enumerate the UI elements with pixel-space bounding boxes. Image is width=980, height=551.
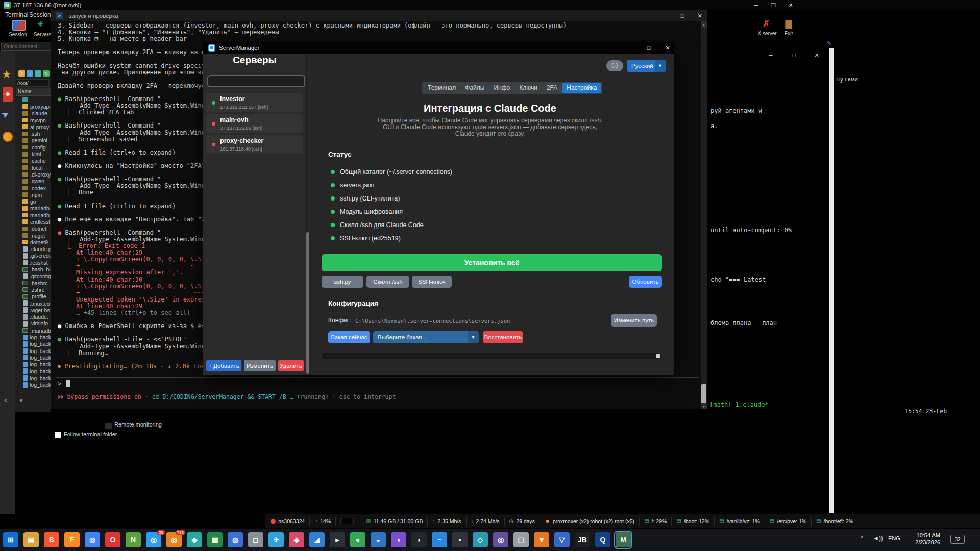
close-button[interactable]: ✕ <box>783 1 798 10</box>
language-select[interactable]: Русский ▼ <box>627 60 666 72</box>
file-item[interactable]: ai-proxy- <box>16 123 51 130</box>
terminal-tab[interactable]: · запуск и проверка <box>65 10 118 21</box>
file-item[interactable]: .claude <box>16 110 51 117</box>
restore-button[interactable]: Восстановить <box>483 331 523 343</box>
follow-folder-checkbox[interactable] <box>55 432 61 438</box>
file-item[interactable]: log_backu <box>16 334 51 340</box>
taskbar-app-icon[interactable]: ◇ <box>473 532 488 547</box>
notifications-badge[interactable]: 32 <box>950 535 965 544</box>
file-item[interactable]: endlessh <box>16 218 51 225</box>
taskbar-app-icon[interactable]: ▢ <box>513 532 529 547</box>
exit-icon[interactable] <box>785 20 792 29</box>
file-item[interactable]: .mariadb <box>16 327 51 334</box>
taskbar-app-icon[interactable]: O <box>105 532 120 547</box>
file-item[interactable]: log_backu <box>16 347 51 354</box>
skill-ssh-button[interactable]: Скилл /ssh <box>366 276 409 288</box>
file-item[interactable]: .local <box>16 164 51 171</box>
bg-scrollbar[interactable] <box>829 48 834 513</box>
section-tab[interactable]: Терминал <box>423 83 460 93</box>
tray-clock[interactable]: 10:54 AM 2/23/2026 <box>904 532 940 546</box>
bg-close-button[interactable]: ✕ <box>809 51 824 59</box>
file-item[interactable]: .codex <box>16 185 51 191</box>
menu-sessions[interactable]: Sessions <box>29 11 54 18</box>
file-item[interactable]: go <box>16 198 51 205</box>
scroll-up-icon[interactable]: ▲ <box>701 21 707 28</box>
file-item[interactable]: .ssh <box>16 130 51 137</box>
quick-connect-input[interactable] <box>1 42 51 51</box>
x-server-icon[interactable]: ✗ <box>763 18 770 29</box>
file-item[interactable]: .viminfo <box>16 320 51 327</box>
taskbar-app-icon[interactable]: ◢ <box>309 532 325 547</box>
bg-minimize-button[interactable]: ─ <box>763 51 778 59</box>
taskbar-app-icon[interactable]: B <box>44 532 59 547</box>
file-item[interactable]: .qwen <box>16 178 51 185</box>
terminal-maximize-button[interactable]: □ <box>675 11 690 21</box>
volume-icon[interactable]: ◄)) <box>873 535 883 542</box>
taskbar-app-icon[interactable]: ✈ <box>268 532 284 547</box>
edit-server-button[interactable]: Изменить <box>244 360 276 371</box>
taskbar-app-icon[interactable]: M <box>616 532 631 547</box>
file-item[interactable]: .git-crede <box>16 253 51 259</box>
taskbar-app-icon[interactable]: ▦ <box>207 532 223 547</box>
taskbar-app-icon[interactable]: ◎ 713 <box>166 532 182 547</box>
browser-icon[interactable] <box>3 132 13 142</box>
exit-button[interactable]: Exit <box>777 31 800 36</box>
taskbar-app-icon[interactable]: ◻ <box>248 532 263 547</box>
info-button[interactable]: ⓘ <box>606 60 623 71</box>
file-item[interactable]: .dotnet <box>16 226 51 232</box>
file-item[interactable]: mariadb- <box>16 212 51 218</box>
change-path-button[interactable]: Изменить путь <box>611 314 657 327</box>
taskbar-app-icon[interactable]: ◒ <box>371 532 386 547</box>
refresh-icon[interactable]: ↻ <box>43 70 50 77</box>
file-item[interactable]: .config <box>16 144 51 151</box>
file-item[interactable]: proxyapi <box>16 103 51 110</box>
keyboard-language[interactable]: ENG <box>888 535 900 541</box>
maximize-button[interactable]: ❐ <box>766 1 780 10</box>
file-item[interactable]: .npm <box>16 191 51 198</box>
taskbar-app-icon[interactable]: ▣ <box>23 532 39 547</box>
taskbar-app-icon[interactable]: ▪ <box>452 532 468 547</box>
refresh-button[interactable]: Обновить <box>629 276 662 288</box>
file-item[interactable]: log_backu <box>16 374 51 381</box>
add-server-button[interactable]: + Добавить <box>206 360 241 371</box>
taskbar-app-icon[interactable]: ◎ 20 <box>146 532 161 547</box>
session-button[interactable]: Session <box>6 32 30 37</box>
taskbar-app-icon[interactable]: ◎ <box>493 532 508 547</box>
minimize-button[interactable]: ─ <box>749 1 763 10</box>
sm-minimize-button[interactable]: ─ <box>622 43 638 53</box>
backup-now-button[interactable]: Бэкап сейчас <box>328 331 370 343</box>
file-item[interactable]: .claude. <box>16 314 51 320</box>
tools-icon[interactable]: ✚ <box>3 87 13 102</box>
bg-maximize-button[interactable]: □ <box>786 51 801 59</box>
section-tab[interactable]: Файлы <box>460 83 489 93</box>
file-item[interactable]: .bashrc <box>16 280 51 286</box>
horizontal-scrollbar[interactable] <box>322 353 662 359</box>
terminal-scrollbar[interactable]: ▲ ▼ <box>701 21 707 409</box>
file-item[interactable]: mariadb- <box>16 205 51 212</box>
file-item[interactable]: .bash_his <box>16 266 51 272</box>
install-all-button[interactable]: Установить всё <box>322 254 662 271</box>
server-list-item[interactable]: investor 173.212.212.157 [ssh] <box>206 93 303 112</box>
sm-maximize-button[interactable]: □ <box>641 43 656 53</box>
server-search-input[interactable] <box>207 75 305 87</box>
file-item[interactable]: .kimi <box>16 151 51 157</box>
file-list-scroll-left-icon[interactable]: ◄ <box>18 397 23 403</box>
file-item[interactable]: .. <box>16 96 51 103</box>
taskbar-app-icon[interactable]: ◖ <box>391 532 406 547</box>
favorites-icon[interactable]: ★ <box>2 68 12 81</box>
section-tab[interactable]: Инфо <box>489 83 514 93</box>
taskbar-app-icon[interactable]: ◆ <box>289 532 304 547</box>
file-item[interactable]: log_backu <box>16 361 51 368</box>
scroll-down-icon[interactable]: ▼ <box>701 403 707 409</box>
server-list-item[interactable]: proxy-checker 161.97.118.40 [ssh] <box>206 135 303 154</box>
menu-terminal[interactable]: Terminal <box>5 11 28 18</box>
section-tab[interactable]: Ключи <box>514 83 542 93</box>
taskbar-app-icon[interactable]: ◎ <box>85 532 100 547</box>
file-item[interactable]: .cache <box>16 158 51 164</box>
taskbar-app-icon[interactable]: ◈ <box>187 532 202 547</box>
taskbar-app-icon[interactable]: ▼ <box>534 532 549 547</box>
taskbar-app-icon[interactable]: JB <box>575 532 590 547</box>
taskbar-app-icon[interactable]: ◗ <box>411 532 427 547</box>
pencil-icon[interactable]: ✎ <box>827 40 832 47</box>
file-item[interactable]: .gemini <box>16 137 51 144</box>
